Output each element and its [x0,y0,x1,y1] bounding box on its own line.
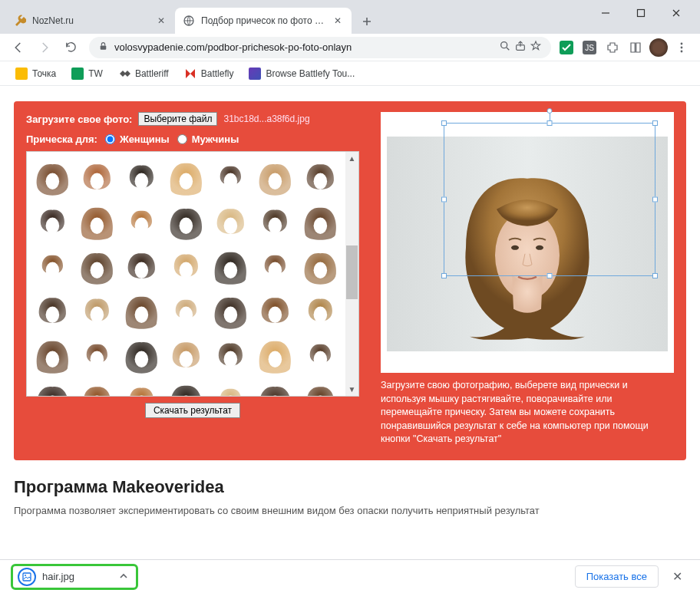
maximize-button[interactable] [623,2,659,25]
address-bar[interactable]: volosvypadenie.com/podbor-prichesok-po-f… [89,37,551,58]
download-item[interactable]: hair.jpg [11,564,138,590]
hairstyle-option[interactable] [255,245,296,287]
hairstyle-option[interactable] [121,201,162,242]
search-icon[interactable] [499,40,511,54]
page-content[interactable]: Загрузите свое фото: Выберите файл 31bc1… [0,86,700,559]
close-window-button[interactable] [659,2,694,25]
star-icon[interactable] [530,40,542,54]
svg-point-15 [224,173,238,189]
gender-female-radio[interactable] [105,134,115,144]
hairstyle-grid[interactable] [27,152,345,396]
browser-tab-noznet[interactable]: NozNet.ru ✕ [6,8,175,34]
hairstyle-option[interactable] [210,201,252,242]
hairstyle-option[interactable] [121,156,162,198]
extension-script-icon[interactable]: JS [580,38,599,57]
svg-point-3 [501,42,507,48]
resize-handle[interactable] [547,120,553,126]
hairstyle-option[interactable] [299,156,341,198]
bookmark-battlefy[interactable]: Browse Battlefy Tou... [243,64,361,83]
hairstyle-option[interactable] [255,201,296,242]
rotate-handle[interactable] [547,108,553,114]
choose-file-button[interactable]: Выберите файл [138,112,217,126]
profile-avatar[interactable] [649,38,668,57]
svg-point-43 [224,351,238,367]
bookmark-tochka[interactable]: Точка [9,64,62,83]
hairstyle-option[interactable] [165,380,206,396]
hairstyle-option[interactable] [76,245,117,287]
bookmark-tw[interactable]: TW [65,64,109,83]
hairstyle-option[interactable] [31,156,73,198]
svg-point-19 [90,217,104,233]
hairstyle-option[interactable] [210,156,252,198]
hairstyle-option[interactable] [210,380,252,396]
hairstyle-option[interactable] [121,245,162,287]
close-icon[interactable]: ✕ [155,15,167,27]
hairstyle-option[interactable] [255,335,296,377]
minimize-button[interactable] [588,2,623,25]
gender-male-radio[interactable] [177,134,187,144]
hairstyle-option[interactable] [31,201,73,242]
hairstyle-option[interactable] [165,201,206,242]
svg-rect-2 [101,45,107,49]
hairstyle-option[interactable] [299,201,341,242]
hairstyle-option[interactable] [210,335,252,377]
svg-point-11 [45,173,59,189]
chevron-up-icon[interactable] [119,570,128,584]
svg-point-45 [313,351,327,367]
hairstyle-option[interactable] [210,290,252,331]
scrollbar[interactable]: ▲ ▼ [345,152,358,396]
tab-title: NozNet.ru [32,15,149,26]
hairstyle-option[interactable] [76,201,117,242]
hairstyle-option[interactable] [76,290,117,331]
share-icon[interactable] [514,40,527,54]
hairstyle-app: Загрузите свое фото: Выберите файл 31bc1… [14,101,686,460]
hairstyle-option[interactable] [76,156,117,198]
hairstyle-option[interactable] [255,290,296,331]
hairstyle-option[interactable] [255,380,296,396]
scroll-up-icon[interactable]: ▲ [345,152,358,165]
hairstyle-option[interactable] [121,290,162,331]
gender-label: Прическа для: [26,133,97,145]
show-all-downloads-button[interactable]: Показать все [575,565,659,588]
close-icon[interactable]: ✕ [332,15,344,27]
hairstyle-option[interactable] [299,290,341,331]
download-result-button[interactable]: Скачать результат [145,403,240,418]
hairstyle-option[interactable] [299,245,341,287]
svg-point-22 [224,217,238,233]
hairstyle-option[interactable] [121,380,162,396]
hairstyle-option[interactable] [165,245,206,287]
hairstyle-option[interactable] [31,380,73,396]
bookmark-battleriff[interactable]: Battleriff [112,64,175,83]
new-tab-button[interactable] [356,11,378,32]
hairstyle-option[interactable] [299,380,341,396]
svg-point-29 [224,262,238,278]
url-text: volosvypadenie.com/podbor-prichesok-po-f… [114,41,352,53]
resize-handle[interactable] [441,120,447,126]
kebab-menu-icon[interactable] [669,35,694,60]
reload-button[interactable] [58,35,83,60]
hairstyle-option[interactable] [210,245,252,287]
extension-puzzle-icon[interactable] [603,38,622,57]
hairstyle-option[interactable] [299,335,341,377]
scroll-down-icon[interactable]: ▼ [345,383,358,396]
forward-button[interactable] [32,35,57,60]
resize-handle[interactable] [652,120,658,126]
scrollbar-thumb[interactable] [346,245,358,299]
back-button[interactable] [6,35,31,60]
hairstyle-option[interactable] [165,335,206,377]
hairstyle-option[interactable] [31,335,73,377]
hairstyle-option[interactable] [121,335,162,377]
hairstyle-option[interactable] [76,380,117,396]
browser-tab-active[interactable]: Подбор причесок по фото онла ✕ [175,8,352,34]
extension-book-icon[interactable] [626,38,645,57]
hairstyle-option[interactable] [255,156,296,198]
hairstyle-option[interactable] [165,156,206,198]
hairstyle-option[interactable] [76,335,117,377]
extension-check-icon[interactable] [557,38,576,57]
close-downloads-bar-icon[interactable]: ✕ [665,565,689,589]
hairstyle-option[interactable] [165,290,206,331]
bookmark-battlefly[interactable]: Battlefly [178,64,240,83]
hairstyle-option[interactable] [31,245,73,287]
photo-canvas[interactable] [387,137,668,351]
hairstyle-option[interactable] [31,290,73,331]
